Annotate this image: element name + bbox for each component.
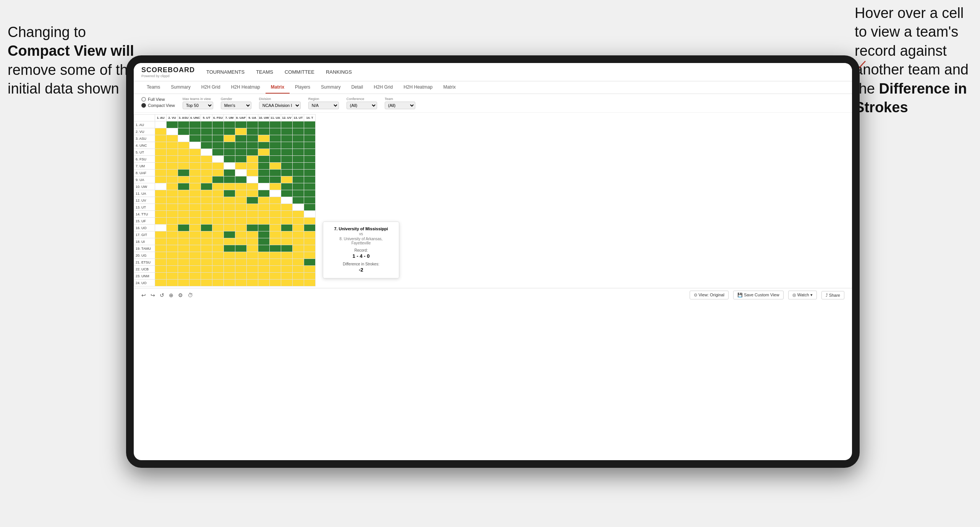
matrix-cell[interactable] — [235, 211, 247, 218]
matrix-cell[interactable] — [270, 218, 281, 225]
matrix-cell[interactable] — [258, 259, 270, 266]
matrix-cell[interactable] — [281, 163, 293, 170]
matrix-cell[interactable] — [258, 273, 270, 280]
matrix-cell[interactable] — [155, 204, 167, 211]
matrix-cell[interactable] — [293, 238, 304, 245]
matrix-cell[interactable] — [155, 231, 167, 238]
matrix-cell[interactable] — [212, 190, 224, 197]
matrix-cell[interactable] — [224, 245, 235, 252]
matrix-cell[interactable] — [155, 176, 167, 183]
matrix-cell[interactable] — [201, 218, 212, 225]
matrix-cell[interactable] — [304, 142, 316, 149]
matrix-cell[interactable] — [201, 231, 212, 238]
matrix-cell[interactable] — [190, 183, 201, 190]
compact-view-radio[interactable] — [141, 103, 146, 108]
matrix-cell[interactable] — [258, 128, 270, 135]
matrix-cell[interactable] — [190, 238, 201, 245]
matrix-cell[interactable] — [167, 231, 178, 238]
matrix-cell[interactable] — [178, 259, 190, 266]
matrix-cell[interactable] — [201, 128, 212, 135]
matrix-cell[interactable] — [235, 273, 247, 280]
matrix-cell[interactable] — [235, 121, 247, 128]
matrix-cell[interactable] — [201, 197, 212, 204]
matrix-cell[interactable] — [247, 211, 258, 218]
matrix-cell[interactable] — [201, 121, 212, 128]
tab-teams[interactable]: Teams — [141, 81, 165, 94]
matrix-cell[interactable] — [293, 245, 304, 252]
matrix-cell[interactable] — [201, 211, 212, 218]
nav-teams[interactable]: TEAMS — [256, 68, 273, 76]
matrix-cell[interactable] — [178, 121, 190, 128]
matrix-cell[interactable] — [247, 156, 258, 163]
matrix-cell[interactable] — [281, 142, 293, 149]
matrix-cell[interactable] — [304, 266, 316, 273]
matrix-cell[interactable] — [190, 273, 201, 280]
matrix-cell[interactable] — [178, 135, 190, 142]
matrix-cell[interactable] — [167, 225, 178, 231]
nav-tournaments[interactable]: TOURNAMENTS — [206, 68, 245, 76]
region-select[interactable]: N/A — [308, 102, 339, 109]
matrix-cell[interactable] — [247, 142, 258, 149]
matrix-cell[interactable] — [235, 170, 247, 176]
matrix-cell[interactable] — [258, 163, 270, 170]
matrix-cell[interactable] — [293, 204, 304, 211]
matrix-cell[interactable] — [270, 273, 281, 280]
matrix-cell[interactable] — [167, 238, 178, 245]
matrix-cell[interactable] — [155, 218, 167, 225]
matrix-cell[interactable] — [247, 204, 258, 211]
matrix-cell[interactable] — [247, 218, 258, 225]
matrix-cell[interactable] — [212, 280, 224, 286]
matrix-cell[interactable] — [304, 252, 316, 259]
matrix-cell[interactable] — [258, 135, 270, 142]
matrix-cell[interactable] — [293, 197, 304, 204]
save-custom-btn[interactable]: 💾 Save Custom View — [733, 291, 784, 299]
matrix-cell[interactable] — [235, 128, 247, 135]
matrix-cell[interactable] — [201, 135, 212, 142]
matrix-cell[interactable] — [247, 190, 258, 197]
tab-summary2[interactable]: Summary — [316, 81, 346, 94]
matrix-cell[interactable] — [224, 190, 235, 197]
tab-h2h-heatmap[interactable]: H2H Heatmap — [226, 81, 266, 94]
matrix-cell[interactable] — [247, 135, 258, 142]
matrix-cell[interactable] — [293, 128, 304, 135]
matrix-cell[interactable] — [155, 128, 167, 135]
matrix-cell[interactable] — [247, 252, 258, 259]
matrix-cell[interactable] — [178, 176, 190, 183]
matrix-cell[interactable] — [281, 225, 293, 231]
matrix-cell[interactable] — [258, 156, 270, 163]
matrix-cell[interactable] — [247, 170, 258, 176]
matrix-cell[interactable] — [178, 266, 190, 273]
matrix-cell[interactable] — [293, 142, 304, 149]
matrix-cell[interactable] — [304, 204, 316, 211]
clock-icon[interactable]: ⏱ — [188, 292, 193, 298]
matrix-cell[interactable] — [201, 142, 212, 149]
matrix-cell[interactable] — [247, 163, 258, 170]
matrix-cell[interactable] — [304, 197, 316, 204]
matrix-cell[interactable] — [212, 197, 224, 204]
matrix-cell[interactable] — [258, 183, 270, 190]
matrix-cell[interactable] — [190, 280, 201, 286]
matrix-cell[interactable] — [224, 183, 235, 190]
matrix-cell[interactable] — [167, 280, 178, 286]
matrix-cell[interactable] — [190, 170, 201, 176]
matrix-cell[interactable] — [270, 266, 281, 273]
matrix-cell[interactable] — [167, 211, 178, 218]
matrix-cell[interactable] — [281, 128, 293, 135]
matrix-cell[interactable] — [167, 252, 178, 259]
matrix-cell[interactable] — [247, 183, 258, 190]
matrix-cell[interactable] — [155, 170, 167, 176]
matrix-cell[interactable] — [293, 163, 304, 170]
matrix-cell[interactable] — [212, 238, 224, 245]
matrix-cell[interactable] — [224, 273, 235, 280]
matrix-cell[interactable] — [247, 225, 258, 231]
matrix-cell[interactable] — [224, 238, 235, 245]
matrix-cell[interactable] — [201, 149, 212, 156]
matrix-cell[interactable] — [167, 218, 178, 225]
matrix-cell[interactable] — [178, 280, 190, 286]
matrix-cell[interactable] — [201, 280, 212, 286]
matrix-cell[interactable] — [293, 225, 304, 231]
matrix-cell[interactable] — [235, 156, 247, 163]
matrix-cell[interactable] — [293, 135, 304, 142]
tab-players[interactable]: Players — [290, 81, 316, 94]
matrix-cell[interactable] — [281, 266, 293, 273]
